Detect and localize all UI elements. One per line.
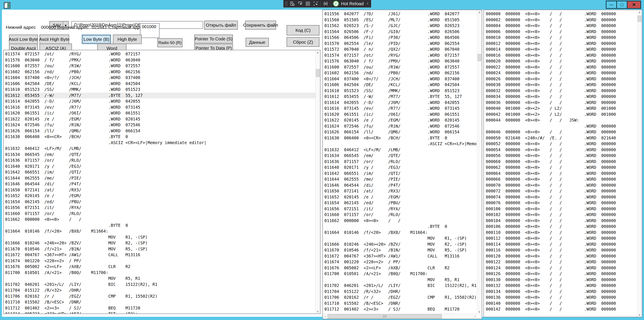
listing-right[interactable]: 000000 000000 <0><0> / / .WORD 000000000… — [484, 11, 637, 317]
listing-line: 000120 000000 <0><0> / / .WORD 000000 — [484, 253, 637, 259]
data-button[interactable]: Данные — [246, 38, 269, 47]
listing-line: 000066 000000 <0><0> / / .WORD 000000 — [484, 176, 637, 182]
disassembly-panel-middle[interactable]: 011556 042077 /?D/ /J61/ .WORD 042077011… — [322, 10, 482, 319]
listing-line: 011612 053455 /-W/ /M77/ .BYTE 55, 127 — [323, 94, 477, 100]
listing-line: 011646 064544 /di/ /P4T/ — [4, 181, 315, 187]
select-element-icon[interactable] — [297, 1, 303, 7]
listing-line: 000042 001000 <0><2> / L2/ .WORD 001000 — [484, 112, 637, 118]
start-address-input[interactable]: 001000 — [140, 23, 160, 38]
listing-line: 011636 071157 /or/ /RLO/ — [323, 159, 477, 165]
listing-line: 000126 000000 <0><0> / / .WORD 000000 — [484, 271, 637, 277]
listing-line: .WORD 000000 — [484, 123, 637, 129]
listing-line: 011714 005723 <323><VT> /AEZ/ TST (R3)+ — [4, 311, 315, 313]
listing-line: 011710 015502 /B/<ESC> /DNR/ — [323, 300, 477, 306]
scroll-down-icon[interactable]: ∨ — [477, 309, 482, 314]
reset-button[interactable]: Сброс (Z) — [286, 37, 320, 47]
start-address-label: Стартовый адрес — [108, 25, 145, 30]
open-file-button[interactable]: Открыть файл — [204, 21, 238, 30]
listing-line: 011610 051523 /SS/ /MMK/ .WORD 051523 — [323, 88, 477, 94]
listing-line: 000004 000000 <0><0> / / .WORD 000000 — [484, 23, 637, 29]
listing-line: 011626 066154 /ll/ /QM6/ .WORD 066154 — [323, 129, 477, 135]
listing-line: 011634 066545 /em/ /QTE/ — [4, 152, 315, 158]
listing-middle[interactable]: 011556 042077 /?D/ /J61/ .WORD 042077011… — [323, 11, 477, 314]
live-visual-tree-icon[interactable] — [290, 1, 295, 7]
display-adorners-icon[interactable] — [305, 1, 310, 7]
high-byte-button[interactable]: High Byte — [113, 35, 142, 44]
listing-line: 000034 000000 <0><0> / / .WORD 000000 — [484, 94, 637, 100]
listing-line: 011602 062156 /nd/ /PB0/ .WORD 062156 — [4, 69, 315, 75]
scroll-left-icon[interactable]: ‹ — [323, 314, 327, 318]
maximize-button[interactable]: □ — [616, 1, 628, 9]
code-button[interactable]: Код (C) — [286, 25, 320, 36]
listing-line: 011634 066545 /em/ /QTE/ — [323, 153, 477, 159]
save-file-button[interactable]: Сохранить файл — [245, 21, 276, 30]
listing-line: .BYTE 0 — [4, 222, 315, 228]
listing-line: 011566 064506 /Fi/ /P30/ .WORD 064506 — [323, 35, 477, 41]
listing-line: 011712 001402 <2><3> / SJ/ BEQ M11720 — [4, 305, 315, 311]
vertical-scrollbar[interactable]: ∧ ∨ — [315, 50, 320, 313]
scroll-thumb[interactable] — [328, 314, 442, 318]
listing-line: 000014 000000 <0><0> / / .WORD 000000 — [484, 46, 637, 52]
listing-line: 011624 072546 /fu/ /R1N/ .WORD 072546 — [4, 122, 315, 128]
listing-line: 011650 072141 /at/ /RX3/ — [4, 187, 315, 193]
listing-line: 000136 000000 <0><0> / / .WORD 000000 — [484, 294, 637, 300]
titlebar[interactable]: ✓ Hot Reload ‹ ─ □ ✕ — [0, 0, 644, 10]
listing-line: 011562 026523 /S-/ /GJC/ .WORD 026523 — [323, 23, 477, 29]
hot-reload-settings-icon[interactable] — [323, 1, 328, 7]
listing-line: 000124 000000 <0><0> / / .WORD 000000 — [484, 265, 637, 271]
listing-line: 011650 072141 /at/ /RX3/ — [323, 188, 477, 194]
listing-line: 000040 001000 <0><2> / L2/ .WORD 001000 — [484, 105, 637, 112]
scroll-up-icon[interactable]: ∧ — [477, 10, 482, 15]
listing-line: 000112 000000 <0><0> / / .WORD 000000 — [484, 235, 637, 241]
vertical-scrollbar[interactable]: ∧ ∨ — [477, 10, 482, 314]
scroll-thumb[interactable] — [478, 54, 481, 61]
listing-left[interactable]: 011574 072157 /ot/ /RYG/ .WORD 072157011… — [4, 51, 315, 313]
listing-line: 000032 000000 <0><0> / / .WORD 000000 — [484, 88, 637, 94]
listing-line: 011620 061551 /ic/ /O6I/ .WORD 061551 — [323, 112, 477, 118]
listing-line: 011556 042077 /?D/ /J61/ .WORD 042077 — [323, 11, 477, 17]
listing-line: 011574 072157 /ot/ /RYG/ .WORD 072157 — [4, 51, 315, 57]
close-button[interactable]: ✕ — [627, 1, 641, 9]
disassembly-panel-left[interactable]: 011574 072157 /ot/ /RYG/ .WORD 072157011… — [3, 50, 320, 314]
vertical-scrollbar[interactable]: ∧ ∨ — [637, 10, 642, 317]
listing-line: 011662 000000 <0><0> / / — [4, 216, 315, 222]
listing-line: MOV R1, -(SP) — [4, 234, 315, 240]
listing-line: 000140 000000 <0><0> / / .WORD 000000 — [484, 300, 637, 306]
listing-line: 000000 000000 <0><0> / / .WORD 000000 — [484, 11, 637, 17]
radix50-button[interactable]: Radix-50 (R) — [157, 38, 182, 47]
disassembly-panel-right[interactable]: 000000 000000 <0><0> / / .WORD 000000000… — [484, 10, 642, 317]
upper-address-label: Верхний адрес — [57, 25, 88, 30]
listing-line: 011656 072151 /it/ /RYA/ — [323, 206, 477, 212]
listing-line: 011640 020171 /y / /EG3/ — [323, 165, 477, 171]
scroll-thumb[interactable] — [638, 16, 642, 22]
collapse-chevron-icon[interactable]: ‹ — [366, 0, 369, 7]
scroll-down-icon[interactable]: ∨ — [637, 312, 642, 317]
scroll-down-icon[interactable]: ∨ — [316, 309, 320, 313]
ascii-low-byte-button[interactable]: Ascii Low Byte — [9, 35, 38, 44]
minimize-button[interactable]: ─ — [606, 1, 617, 9]
low-byte-button[interactable]: Low Byte (B) — [82, 35, 111, 44]
listing-line: 011624 072546 /fu/ /R1N/ .WORD 072546 — [323, 123, 477, 129]
listing-line: 011676 005002 <2><LF> /AXB/ CLR R2 — [4, 264, 315, 270]
scroll-up-icon[interactable]: ∧ — [316, 50, 320, 55]
scroll-right-icon[interactable]: › — [473, 314, 477, 318]
ascii-high-byte-button[interactable]: Ascii High Byte — [40, 35, 69, 44]
listing-line: 000130 000000 <0><0> / / .WORD 000000 — [484, 277, 637, 283]
scroll-up-icon[interactable]: ∧ — [637, 10, 642, 15]
listing-line: 000102 000000 <0><0> / / .WORD 000000 — [484, 212, 637, 218]
listing-line: 011616 073145 /ev/ /R7?/ .WORD 073145 — [323, 105, 477, 112]
toolbar-grip-icon[interactable] — [285, 1, 288, 7]
scroll-thumb[interactable] — [316, 69, 320, 77]
listing-line: 000054 000000 <0><0> / / .WORD 000000 — [484, 147, 637, 153]
listing-line: 011666 010246 <246><20> /BZV/ MOV R2, -(… — [4, 240, 315, 246]
listing-line: 011644 062555 /me/ /PIE/ — [323, 176, 477, 182]
listing-line: 011622 020145 /e / /EGM/ .WORD 020145 — [4, 116, 315, 122]
horizontal-scrollbar[interactable]: ‹ › — [323, 313, 477, 319]
pointer-to-code-button[interactable]: Pointer To Code (S) — [194, 35, 233, 43]
listing-line: 011660 071157 /or/ /RLO/ — [323, 212, 477, 218]
listing-line: 000020 000000 <0><0> / / .WORD 000000 — [484, 58, 637, 64]
hot-reload-label[interactable]: Hot Reload — [341, 1, 364, 6]
lower-address-label: Нижний адрес — [6, 25, 36, 30]
track-focused-element-icon[interactable] — [313, 1, 318, 7]
lower-address-value: 000000 — [41, 25, 56, 30]
